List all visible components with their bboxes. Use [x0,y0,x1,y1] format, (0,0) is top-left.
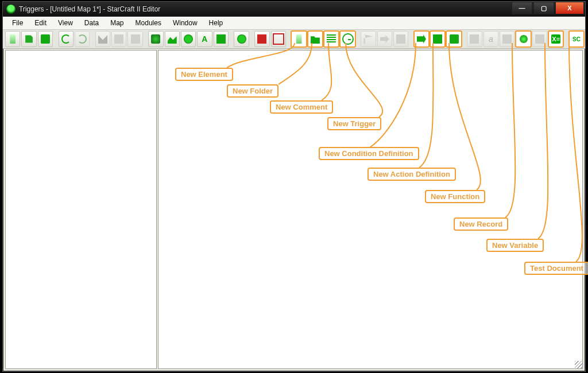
close-button[interactable]: X [555,2,584,14]
menu-modules[interactable]: Modules [130,17,167,29]
tool-undo[interactable] [59,31,74,47]
tool-new-label[interactable] [532,31,547,47]
menu-map[interactable]: Map [105,17,129,29]
tool-stop-2[interactable] [271,31,286,47]
title-bar[interactable]: Triggers - [Untitled Map 1*] - StarCraft… [3,2,585,17]
tool-data-module[interactable] [181,31,196,47]
tool-new-record[interactable] [516,31,531,47]
tool-test-document[interactable]: SC [569,31,584,47]
tool-new-action-def[interactable] [430,31,445,47]
trigger-detail-panel[interactable] [158,50,583,369]
callout-new-comment: New Comment [270,100,333,114]
menu-file[interactable]: File [6,17,29,29]
tool-trigger-module[interactable] [165,31,180,47]
callout-new-folder: New Folder [227,84,278,98]
tool-cut[interactable] [95,31,110,47]
tool-save[interactable] [38,31,53,47]
menu-data[interactable]: Data [79,17,105,29]
menu-window[interactable]: Window [167,17,203,29]
callout-new-action: New Action Definition [368,168,456,181]
callout-new-trigger: New Trigger [327,117,381,130]
tool-new-condition-def[interactable] [414,31,429,47]
tool-overview[interactable] [234,31,249,47]
tool-new-param[interactable]: a [483,31,498,47]
resize-grip-icon[interactable] [575,361,583,369]
tool-new-sub[interactable] [500,31,514,47]
tool-redo[interactable] [75,31,90,47]
tool-new-event[interactable] [361,31,376,47]
callout-new-variable: New Variable [486,239,544,252]
tool-new-preset[interactable] [467,31,482,47]
main-toolbar: A a X= [3,30,585,49]
window-title: Triggers - [Untitled Map 1*] - StarCraft… [19,5,160,13]
tool-new-act[interactable] [393,31,408,47]
minimize-button[interactable]: — [512,2,532,14]
trigger-tree-panel[interactable] [5,50,157,369]
tool-new-function[interactable] [446,31,461,47]
tool-open[interactable] [21,31,36,47]
menu-view[interactable]: View [52,17,79,29]
tool-new-comment[interactable] [324,31,339,47]
callout-test-document: Test Document [524,262,588,275]
maximize-button[interactable]: ▢ [533,2,554,14]
tool-new-variable[interactable]: X= [548,31,563,47]
tool-copy[interactable] [111,31,126,47]
tool-new-map[interactable] [5,31,20,47]
tool-text-module[interactable]: A [197,31,212,47]
callout-new-record: New Record [454,217,508,231]
menu-help[interactable]: Help [203,17,229,29]
tool-terrain-module[interactable] [148,31,163,47]
callout-new-function: New Function [425,190,485,203]
menu-edit[interactable]: Edit [29,17,52,29]
tool-paste[interactable] [127,31,142,47]
tool-new-folder[interactable] [308,31,323,47]
tool-stop-1[interactable] [254,31,269,47]
tool-import-module[interactable] [214,31,229,47]
callout-new-element: New Element [175,68,233,81]
app-icon [6,5,16,14]
tool-new-cond[interactable] [377,31,392,47]
tool-new-element[interactable] [291,31,306,47]
callout-new-condition: New Condition Definition [319,147,419,160]
window-controls: — ▢ X [510,2,584,14]
content-area [4,49,584,370]
tool-new-trigger[interactable] [340,31,355,47]
app-window: Triggers - [Untitled Map 1*] - StarCraft… [2,1,586,372]
menu-bar: File Edit View Data Map Modules Window H… [3,17,585,30]
